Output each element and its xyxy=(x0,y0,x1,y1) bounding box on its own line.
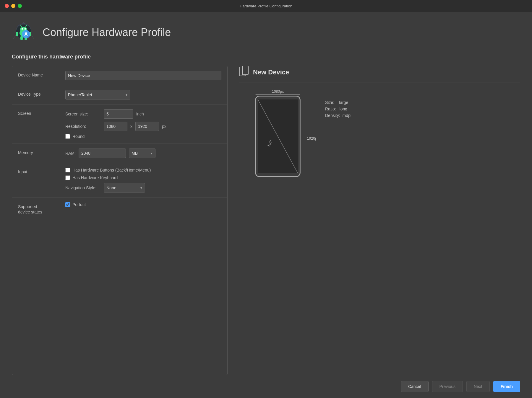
svg-point-6 xyxy=(25,28,26,30)
device-name-label: Device Name xyxy=(18,71,65,77)
preview-device-name: New Device xyxy=(253,68,289,76)
preview-content: 1080px 1920px 5.0" xyxy=(239,88,520,183)
window-title: Hardware Profile Configuration xyxy=(240,4,292,8)
svg-text:1920px: 1920px xyxy=(307,136,316,141)
close-button[interactable] xyxy=(5,4,9,8)
svg-text:A: A xyxy=(24,32,28,37)
supported-states-label: Supporteddevice states xyxy=(18,202,65,215)
ratio-value: long xyxy=(340,107,347,111)
input-row: Input Has Hardware Buttons (Back/Home/Me… xyxy=(12,163,227,198)
next-button[interactable]: Next xyxy=(466,381,490,392)
device-specs: Size: large Ratio: long Density: mdpi xyxy=(325,88,351,118)
window-controls xyxy=(5,4,22,8)
page-title: Configure Hardware Profile xyxy=(43,26,171,39)
main-content: A Configure Hardware Profile Configure t… xyxy=(0,12,532,375)
spec-ratio: Ratio: long xyxy=(325,107,351,111)
svg-rect-9 xyxy=(16,32,18,36)
previous-button[interactable]: Previous xyxy=(432,381,463,392)
screen-label: Screen xyxy=(18,109,65,116)
resolution-subrow: Resolution: x px xyxy=(65,122,221,131)
minimize-button[interactable] xyxy=(11,4,15,8)
screen-size-unit: inch xyxy=(136,112,144,116)
hardware-keyboard-row: Has Hardware Keyboard xyxy=(65,175,221,180)
screen-size-input[interactable] xyxy=(104,109,133,119)
portrait-row: Portrait xyxy=(65,202,221,207)
device-type-select[interactable]: Phone/Tablet Wear OS Desktop TV Automoti… xyxy=(65,90,130,100)
ram-label: RAM: xyxy=(65,151,76,156)
screen-size-subrow: Screen size: inch xyxy=(65,109,221,119)
maximize-button[interactable] xyxy=(18,4,22,8)
phone-diagram: 1080px 1920px 5.0" xyxy=(239,88,316,183)
phone-svg: 1080px 1920px 5.0" xyxy=(239,88,316,183)
svg-point-5 xyxy=(22,28,23,30)
resolution-separator: x xyxy=(130,124,132,129)
svg-rect-11 xyxy=(20,36,23,40)
input-label: Input xyxy=(18,168,65,174)
bottom-bar: Cancel Previous Next Finish xyxy=(0,375,532,398)
memory-row: Memory RAM: MB GB xyxy=(12,144,227,163)
size-key: Size: xyxy=(325,100,334,105)
cancel-button[interactable]: Cancel xyxy=(401,381,429,392)
device-type-label: Device Type xyxy=(18,90,65,97)
resolution-unit: px xyxy=(162,124,166,129)
portrait-label[interactable]: Portrait xyxy=(72,202,86,207)
supported-states-row: Supporteddevice states Portrait xyxy=(12,198,227,219)
resolution-label: Resolution: xyxy=(65,124,101,129)
size-value: large xyxy=(339,100,348,105)
header: A Configure Hardware Profile xyxy=(12,21,520,44)
ratio-key: Ratio: xyxy=(325,107,336,111)
ram-input[interactable] xyxy=(79,149,126,158)
device-name-row: Device Name xyxy=(12,66,227,85)
hardware-keyboard-checkbox[interactable] xyxy=(65,175,70,180)
resolution-height-input[interactable] xyxy=(135,122,159,131)
resolution-width-input[interactable] xyxy=(104,122,127,131)
supported-states-controls: Portrait xyxy=(65,202,221,207)
hardware-keyboard-label[interactable]: Has Hardware Keyboard xyxy=(72,175,118,180)
navigation-style-select-wrapper: None Gesture Three-Button xyxy=(104,183,145,193)
device-type-select-wrapper: Phone/Tablet Wear OS Desktop TV Automoti… xyxy=(65,90,130,100)
preview-device-icon xyxy=(239,66,249,79)
round-row: Round xyxy=(65,134,221,139)
android-studio-icon: A xyxy=(12,21,35,44)
section-heading: Configure this hardware profile xyxy=(12,54,520,60)
device-name-input[interactable] xyxy=(65,71,221,80)
svg-text:1080px: 1080px xyxy=(272,89,284,94)
preview-panel: New Device 1080px 1920px xyxy=(239,66,520,375)
memory-label: Memory xyxy=(18,149,65,155)
device-name-controls xyxy=(65,71,221,80)
hardware-buttons-label[interactable]: Has Hardware Buttons (Back/Home/Menu) xyxy=(72,168,151,172)
device-type-row: Device Type Phone/Tablet Wear OS Desktop… xyxy=(12,85,227,105)
round-checkbox[interactable] xyxy=(65,134,70,139)
round-label[interactable]: Round xyxy=(72,134,85,139)
density-key: Density: xyxy=(325,113,340,118)
hardware-buttons-checkbox[interactable] xyxy=(65,168,70,172)
form-preview-layout: Device Name Device Type Phone/Tablet Wea… xyxy=(12,66,520,375)
screen-size-label: Screen size: xyxy=(65,112,101,116)
spec-size: Size: large xyxy=(325,100,351,105)
memory-controls: RAM: MB GB xyxy=(65,149,221,158)
navigation-style-subrow: Navigation Style: None Gesture Three-But… xyxy=(65,183,221,193)
finish-button[interactable]: Finish xyxy=(493,381,520,392)
ram-unit-select-wrapper: MB GB xyxy=(129,149,155,158)
device-type-controls: Phone/Tablet Wear OS Desktop TV Automoti… xyxy=(65,90,221,100)
navigation-style-select[interactable]: None Gesture Three-Button xyxy=(104,183,145,193)
svg-rect-16 xyxy=(242,66,248,75)
preview-header: New Device xyxy=(239,66,520,82)
input-controls: Has Hardware Buttons (Back/Home/Menu) Ha… xyxy=(65,168,221,193)
form-panel: Device Name Device Type Phone/Tablet Wea… xyxy=(12,66,228,375)
density-value: mdpi xyxy=(343,113,351,118)
ram-unit-select[interactable]: MB GB xyxy=(129,149,155,158)
hardware-buttons-row: Has Hardware Buttons (Back/Home/Menu) xyxy=(65,168,221,172)
spec-density: Density: mdpi xyxy=(325,113,351,118)
navigation-style-label: Navigation Style: xyxy=(65,185,101,190)
screen-controls: Screen size: inch Resolution: x px xyxy=(65,109,221,139)
screen-row: Screen Screen size: inch Resolution: x xyxy=(12,105,227,144)
ram-subrow: RAM: MB GB xyxy=(65,149,221,158)
title-bar: Hardware Profile Configuration xyxy=(0,0,532,12)
portrait-checkbox[interactable] xyxy=(65,202,70,207)
